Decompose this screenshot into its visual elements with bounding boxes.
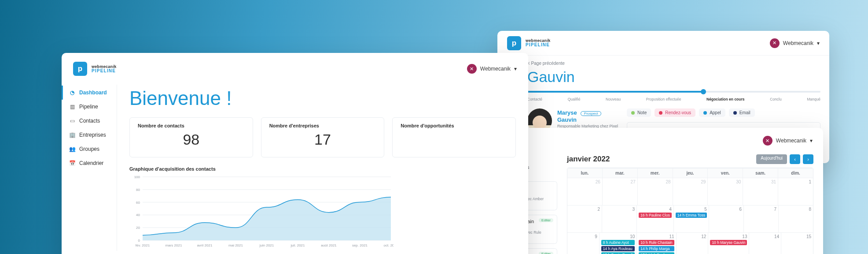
- cal-event[interactable]: 17 h Vick Duclos: [639, 252, 674, 254]
- cal-day[interactable]: 3: [602, 205, 637, 232]
- svg-text:mai 2021: mai 2021: [228, 243, 243, 247]
- svg-text:40: 40: [136, 213, 140, 217]
- cal-day[interactable]: 2: [567, 205, 602, 232]
- cal-day[interactable]: 15: [781, 232, 813, 254]
- cal-day[interactable]: 29: [673, 178, 708, 205]
- stat-contacts: Nombre de contacts 98: [129, 117, 253, 157]
- svg-text:0: 0: [138, 239, 140, 243]
- svg-text:juin 2021: juin 2021: [259, 243, 274, 247]
- user-menu[interactable]: ✕ Webmecanik ▾: [467, 64, 517, 74]
- logo-mark: p: [507, 36, 521, 50]
- stat-entreprises: Nombre d'entreprises 17: [261, 117, 385, 157]
- action-note[interactable]: Note: [627, 108, 651, 117]
- cal-day[interactable]: 7: [744, 205, 779, 232]
- cal-day[interactable]: 416 h Pauline Clos: [637, 205, 674, 232]
- stat-opportunites: Nombre d'opportunités: [392, 117, 516, 157]
- cal-event[interactable]: 14 h Aya Rouleau: [601, 246, 635, 251]
- cal-day[interactable]: 10 8 h Aubine Ayot 14 h Aya Rouleau 15 h…: [600, 232, 637, 254]
- welcome-heading: Bienvenue !: [129, 87, 516, 109]
- nav-calendrier[interactable]: 📅Calendrier: [62, 156, 117, 170]
- svg-text:100: 100: [134, 175, 140, 179]
- svg-text:juil. 2021: juil. 2021: [290, 243, 305, 247]
- cal-day[interactable]: 14: [749, 232, 781, 254]
- cal-event[interactable]: 15 h Perrin Reault: [601, 252, 635, 254]
- cal-day[interactable]: 9: [567, 232, 600, 254]
- next-month-button[interactable]: ›: [803, 154, 813, 164]
- svg-text:80: 80: [136, 188, 140, 192]
- svg-text:20: 20: [136, 226, 140, 230]
- nav-entreprises[interactable]: 🏢Entreprises: [62, 128, 117, 142]
- nav-groupes[interactable]: 👥Groupes: [62, 142, 117, 156]
- calendar-grid: lun.mar.mer.jeu.ven.sam.dim. 26 27 28 29…: [567, 168, 813, 254]
- contacts-icon: ▭: [69, 118, 75, 124]
- cal-day[interactable]: 514 h Emma Toss: [674, 205, 709, 232]
- svg-text:avril 2021: avril 2021: [197, 243, 213, 247]
- calendar-icon: 📅: [69, 160, 75, 166]
- stage-slider[interactable]: [527, 91, 820, 93]
- building-icon: 🏢: [69, 132, 75, 138]
- cal-day[interactable]: 28: [638, 178, 673, 205]
- edit-badge[interactable]: Editer: [539, 252, 553, 254]
- cal-day[interactable]: 11 10 h Rule Chastain 14 h Philip Marga …: [637, 232, 676, 254]
- user-avatar-icon: ✕: [467, 64, 477, 74]
- action-rdv[interactable]: Rendez-vous: [655, 108, 695, 117]
- nav-contacts[interactable]: ▭Contacts: [62, 114, 117, 128]
- users-icon: 👥: [69, 146, 75, 152]
- cal-day[interactable]: 12: [677, 232, 709, 254]
- stage-labels: Contacté Qualifié Nouveau Proposition ef…: [527, 97, 820, 101]
- cal-day[interactable]: 1: [778, 178, 813, 205]
- svg-text:mars 2021: mars 2021: [166, 243, 182, 247]
- user-avatar-icon: ✕: [770, 38, 780, 48]
- cal-event[interactable]: 10 h Rule Chastain: [639, 240, 674, 245]
- back-link[interactable]: < Page précédente: [527, 61, 820, 66]
- brand-logo: p webmecanikPIPELINE: [73, 62, 117, 76]
- today-button[interactable]: Aujourd'hui: [756, 154, 787, 164]
- svg-text:août 2021: août 2021: [321, 243, 337, 247]
- brand-logo: p webmecanikPIPELINE: [507, 36, 551, 50]
- cal-day[interactable]: 8: [779, 205, 813, 232]
- cal-day[interactable]: 1310 h Maryse Gauvin: [708, 232, 749, 254]
- svg-text:oct. 2021: oct. 2021: [384, 243, 394, 247]
- cal-event[interactable]: 16 h Pauline Clos: [639, 213, 672, 218]
- prospect-badge: Prospect: [581, 111, 602, 116]
- edit-badge[interactable]: Editer: [539, 218, 553, 222]
- chart-title: Graphique d'acquisition des contacts: [129, 166, 516, 172]
- contact-title: Gauvin: [527, 68, 820, 86]
- cal-event[interactable]: 8 h Aubine Ayot: [601, 240, 635, 245]
- cal-day[interactable]: 27: [603, 178, 638, 205]
- nav-pipeline[interactable]: ▥Pipeline: [62, 100, 117, 114]
- user-menu[interactable]: ✕ Webmecanik ▾: [770, 38, 820, 48]
- action-email[interactable]: Email: [729, 108, 755, 117]
- logo-mark: p: [73, 62, 87, 76]
- svg-text:60: 60: [136, 201, 140, 205]
- svg-text:fév. 2021: fév. 2021: [136, 243, 150, 247]
- cal-event[interactable]: 10 h Maryse Gauvin: [710, 240, 747, 245]
- cal-day[interactable]: 31: [743, 178, 778, 205]
- cal-day[interactable]: 6: [709, 205, 744, 232]
- user-menu[interactable]: ✕ Webmecanik▾: [763, 136, 813, 146]
- user-avatar-icon: ✕: [763, 136, 772, 146]
- prev-month-button[interactable]: ‹: [790, 154, 800, 164]
- calendar-month: janvier 2022: [567, 155, 610, 164]
- action-appel[interactable]: Appel: [699, 108, 725, 117]
- acquisition-chart: 020406080100fév. 2021mars 2021avril 2021…: [129, 174, 394, 249]
- svg-text:sep. 2021: sep. 2021: [352, 243, 368, 247]
- cal-event[interactable]: 14 h Emma Toss: [676, 213, 707, 218]
- gauge-icon: ◔: [69, 90, 75, 96]
- dashboard-window: p webmecanikPIPELINE ✕ Webmecanik ▾ ◔Das…: [62, 53, 528, 254]
- cal-day[interactable]: 26: [567, 178, 603, 205]
- cal-event[interactable]: 14 h Philip Marga: [639, 246, 674, 251]
- columns-icon: ▥: [69, 104, 75, 110]
- cal-day[interactable]: 30: [708, 178, 743, 205]
- dashboard-sidebar: ◔Dashboard ▥Pipeline ▭Contacts 🏢Entrepri…: [62, 85, 117, 251]
- nav-dashboard[interactable]: ◔Dashboard: [62, 86, 117, 100]
